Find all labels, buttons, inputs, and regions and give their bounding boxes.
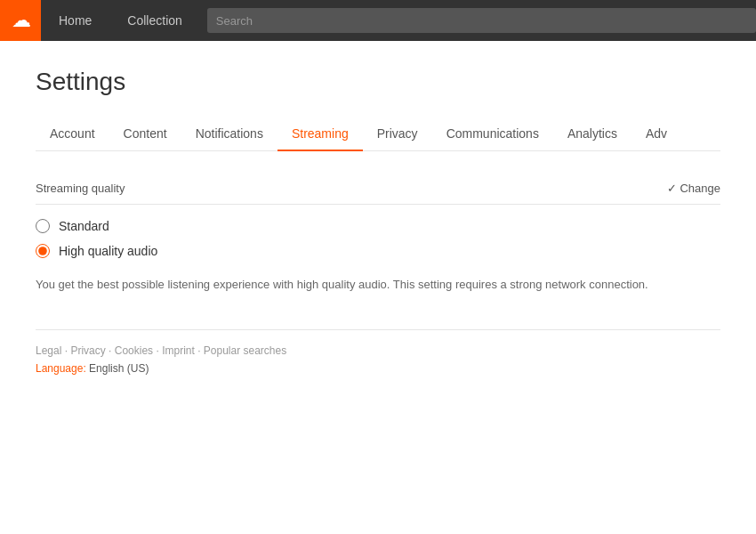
tab-communications[interactable]: Communications xyxy=(432,117,553,151)
high-quality-radio[interactable] xyxy=(36,244,50,258)
audio-quality-options: Standard High quality audio xyxy=(36,219,720,258)
page-title: Settings xyxy=(36,68,720,96)
tab-streaming[interactable]: Streaming xyxy=(277,117,363,151)
logo[interactable]: ☁ xyxy=(0,0,41,41)
search-input[interactable] xyxy=(207,8,756,33)
language-label[interactable]: Language: xyxy=(36,362,86,375)
tab-privacy[interactable]: Privacy xyxy=(363,117,432,151)
footer-privacy[interactable]: Privacy xyxy=(70,344,105,357)
search-container xyxy=(207,8,756,33)
language-value: English (US) xyxy=(89,362,149,375)
footer-imprint[interactable]: Imprint xyxy=(162,344,195,357)
tab-adv[interactable]: Adv xyxy=(631,117,681,151)
top-nav: ☁ Home Collection xyxy=(0,0,756,41)
standard-option[interactable]: Standard xyxy=(36,219,720,233)
high-quality-label: High quality audio xyxy=(59,244,157,258)
soundcloud-logo-icon: ☁ xyxy=(12,9,29,32)
nav-collection[interactable]: Collection xyxy=(109,0,199,41)
footer-popular-searches[interactable]: Popular searches xyxy=(204,344,286,357)
footer-cookies[interactable]: Cookies xyxy=(115,344,153,357)
tab-content[interactable]: Content xyxy=(109,117,181,151)
change-link[interactable]: Change xyxy=(667,182,720,195)
quality-description: You get the best possible listening expe… xyxy=(36,276,720,294)
tab-account[interactable]: Account xyxy=(36,117,109,151)
main-content: Settings Account Content Notifications S… xyxy=(0,41,756,534)
footer-links: Legal · Privacy · Cookies · Imprint · Po… xyxy=(36,344,720,357)
standard-label: Standard xyxy=(59,219,109,233)
footer-legal[interactable]: Legal xyxy=(36,344,61,357)
high-quality-option[interactable]: High quality audio xyxy=(36,244,720,258)
nav-home[interactable]: Home xyxy=(41,0,109,41)
settings-tabs: Account Content Notifications Streaming … xyxy=(36,117,720,151)
tab-analytics[interactable]: Analytics xyxy=(553,117,631,151)
footer: Legal · Privacy · Cookies · Imprint · Po… xyxy=(36,329,720,375)
section-title: Streaming quality xyxy=(36,182,125,195)
footer-language: Language: English (US) xyxy=(36,362,720,375)
standard-radio[interactable] xyxy=(36,219,50,233)
streaming-quality-header: Streaming quality Change xyxy=(36,173,720,205)
tab-notifications[interactable]: Notifications xyxy=(181,117,277,151)
